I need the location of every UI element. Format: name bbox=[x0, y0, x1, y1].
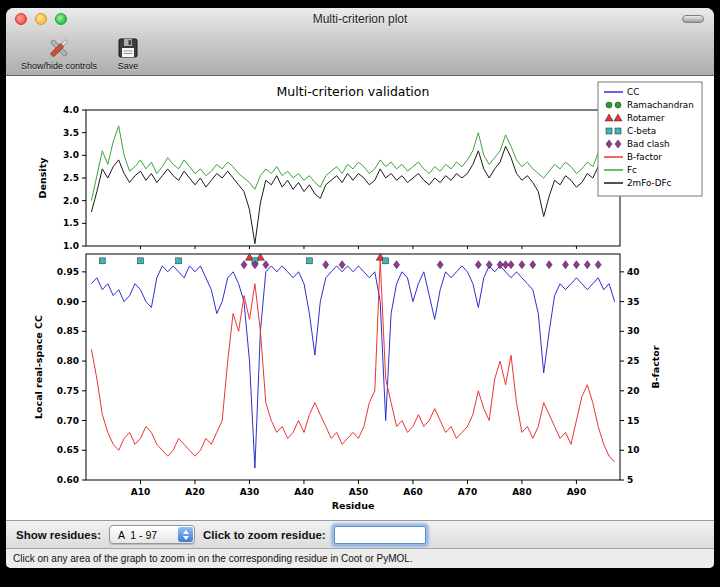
svg-text:A90: A90 bbox=[567, 487, 587, 497]
svg-text:2.5: 2.5 bbox=[63, 173, 79, 183]
cc-axis-label: Local real-space CC bbox=[33, 315, 44, 419]
bfactor-axis-label: B-factor bbox=[650, 345, 661, 388]
toolbar: Show/hide controls Save bbox=[6, 30, 714, 76]
svg-text:0.90: 0.90 bbox=[57, 297, 79, 307]
minimize-button[interactable] bbox=[35, 13, 47, 25]
close-button[interactable] bbox=[15, 13, 27, 25]
multi-criterion-figure[interactable]: Multi-criterion validation1.01.52.02.53.… bbox=[6, 76, 714, 520]
svg-text:A10: A10 bbox=[131, 487, 151, 497]
svg-text:0.80: 0.80 bbox=[57, 356, 79, 366]
save-button[interactable]: Save bbox=[106, 31, 150, 76]
toolbar-toggle-button[interactable] bbox=[682, 15, 704, 23]
svg-text:A80: A80 bbox=[512, 487, 532, 497]
traffic-lights bbox=[15, 13, 67, 25]
svg-text:2.0: 2.0 bbox=[63, 196, 79, 206]
svg-text:A60: A60 bbox=[403, 487, 423, 497]
plot-area[interactable]: Multi-criterion validation1.01.52.02.53.… bbox=[6, 76, 714, 520]
zoom-residue-input[interactable] bbox=[334, 526, 426, 544]
svg-text:A70: A70 bbox=[458, 487, 478, 497]
tools-icon bbox=[46, 36, 72, 60]
svg-text:0.85: 0.85 bbox=[57, 326, 79, 336]
window-title: Multi-criterion plot bbox=[6, 8, 714, 30]
svg-text:5: 5 bbox=[627, 475, 633, 485]
svg-text:3.0: 3.0 bbox=[63, 150, 79, 160]
legend-label: B-factor bbox=[627, 152, 662, 162]
legend-label: Ramachandran bbox=[627, 100, 694, 110]
tool-label: Save bbox=[118, 61, 139, 71]
residue-range-value: A 1 - 97 bbox=[118, 529, 157, 541]
save-icon bbox=[115, 36, 141, 60]
zoom-residue-label: Click to zoom residue: bbox=[203, 529, 326, 541]
svg-text:0.60: 0.60 bbox=[57, 475, 79, 485]
svg-text:40: 40 bbox=[627, 267, 640, 277]
legend-label: Rotamer bbox=[627, 113, 665, 123]
svg-text:1.5: 1.5 bbox=[63, 218, 79, 228]
bottom-plot-axes bbox=[86, 254, 620, 480]
top-plot-axes bbox=[86, 110, 620, 246]
svg-text:25: 25 bbox=[627, 356, 640, 366]
svg-text:0.75: 0.75 bbox=[57, 386, 79, 396]
svg-text:A30: A30 bbox=[240, 487, 260, 497]
svg-text:4.0: 4.0 bbox=[63, 105, 79, 115]
window-header: Multi-criterion plot Show/hide control bbox=[6, 8, 714, 76]
controls-bar: Show residues: A 1 - 97 Click to zoom re… bbox=[6, 520, 714, 548]
legend-label: C-beta bbox=[627, 126, 656, 136]
zoom-window-button[interactable] bbox=[55, 13, 67, 25]
residue-range-select[interactable]: A 1 - 97 bbox=[109, 525, 195, 544]
desktop-background: Multi-criterion plot Show/hide control bbox=[0, 0, 720, 587]
svg-text:A40: A40 bbox=[294, 487, 314, 497]
svg-text:10: 10 bbox=[627, 445, 640, 455]
chart-title: Multi-criterion validation bbox=[277, 84, 430, 99]
svg-text:A20: A20 bbox=[185, 487, 205, 497]
tool-label: Show/hide controls bbox=[21, 61, 97, 71]
svg-text:3.5: 3.5 bbox=[63, 128, 79, 138]
legend-label: Bad clash bbox=[627, 139, 670, 149]
legend-label: Fc bbox=[627, 165, 637, 175]
status-text: Click on any area of the graph to zoom i… bbox=[13, 553, 413, 564]
residue-axis-label: Residue bbox=[332, 500, 375, 511]
popup-stepper-icon bbox=[178, 527, 193, 542]
svg-text:30: 30 bbox=[627, 326, 640, 336]
svg-text:A50: A50 bbox=[349, 487, 369, 497]
show-residues-label: Show residues: bbox=[16, 529, 101, 541]
show-hide-controls-button[interactable]: Show/hide controls bbox=[12, 31, 106, 76]
svg-text:0.70: 0.70 bbox=[57, 416, 79, 426]
legend-label: CC bbox=[627, 87, 639, 97]
svg-text:20: 20 bbox=[627, 386, 640, 396]
svg-text:35: 35 bbox=[627, 297, 640, 307]
svg-text:1.0: 1.0 bbox=[63, 241, 79, 251]
svg-text:15: 15 bbox=[627, 416, 640, 426]
titlebar[interactable]: Multi-criterion plot bbox=[6, 8, 714, 30]
app-window: Multi-criterion plot Show/hide control bbox=[6, 8, 714, 568]
density-axis-label: Density bbox=[37, 157, 48, 199]
svg-text:0.95: 0.95 bbox=[57, 267, 79, 277]
legend-label: 2mFo-DFc bbox=[627, 178, 671, 188]
svg-text:0.65: 0.65 bbox=[57, 445, 79, 455]
status-bar: Click on any area of the graph to zoom i… bbox=[6, 548, 714, 568]
